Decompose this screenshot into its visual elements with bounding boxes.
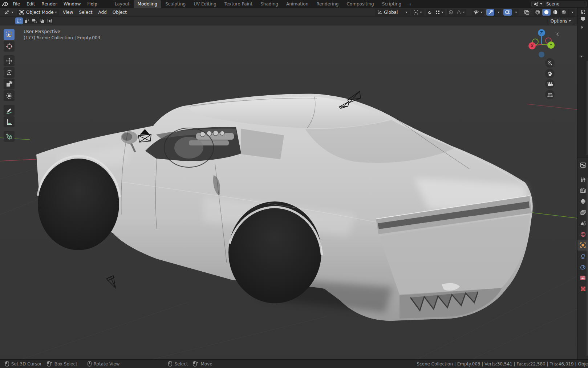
- overlays-icon: [505, 10, 510, 15]
- proportional-edit-toggle[interactable]: [447, 9, 455, 16]
- select-extend-button[interactable]: [23, 17, 31, 24]
- pan-view-button[interactable]: [545, 69, 555, 78]
- tool-add-cube[interactable]: [4, 131, 15, 142]
- snap-to-dropdown[interactable]: [434, 9, 445, 16]
- sidebar-collapse-arrow[interactable]: [556, 32, 559, 36]
- hint-rotate-view: Rotate View: [88, 361, 120, 367]
- mode-label: Object Mode: [26, 10, 54, 15]
- pivot-point-dropdown[interactable]: [411, 9, 424, 16]
- wireframe-sphere-icon: [535, 9, 540, 15]
- gizmo-neg-z[interactable]: [539, 52, 544, 57]
- gizmo-arrow-icon: [488, 10, 493, 15]
- menu-edit[interactable]: Edit: [23, 0, 38, 8]
- tab-texture-paint[interactable]: Texture Paint: [220, 0, 256, 8]
- select-intersect-button[interactable]: [46, 17, 53, 24]
- snap-increment-icon: [435, 10, 440, 15]
- tool-move[interactable]: [4, 55, 15, 66]
- navigation-gizmo[interactable]: Z X Y: [527, 28, 556, 57]
- scene-browse-button[interactable]: [532, 1, 544, 7]
- show-gizmo-toggle[interactable]: [486, 9, 494, 16]
- scene-statistics: Scene Collection | Empty.003 | Verts:30,…: [417, 361, 588, 367]
- tab-compositing[interactable]: Compositing: [342, 0, 378, 8]
- shading-solid-button[interactable]: [542, 9, 551, 16]
- tool-measure[interactable]: [4, 116, 15, 127]
- outliner-scrollbar[interactable]: [587, 61, 588, 155]
- tool-select-box[interactable]: [4, 29, 15, 40]
- snap-toggle[interactable]: [426, 9, 434, 16]
- scene-icon: [534, 2, 539, 6]
- ortho-toggle-button[interactable]: [545, 90, 555, 99]
- gizmo-dropdown[interactable]: [494, 9, 501, 16]
- tool-scale[interactable]: [4, 79, 15, 89]
- properties-editor-icon[interactable]: [577, 160, 588, 171]
- viewport-header: Object Mode View Select Add Object Globa…: [0, 8, 577, 17]
- shading-rendered-button[interactable]: [559, 9, 568, 16]
- options-dropdown[interactable]: Options: [547, 17, 574, 24]
- editor-type-button[interactable]: [2, 9, 16, 16]
- outliner-editor-icon[interactable]: [580, 9, 586, 15]
- menu-help[interactable]: Help: [84, 0, 100, 8]
- select-subtract-button[interactable]: [31, 17, 38, 24]
- transform-orientation-dropdown[interactable]: Global: [375, 9, 410, 16]
- tab-modeling[interactable]: Modeling: [134, 0, 162, 8]
- properties-panel[interactable]: [577, 157, 588, 359]
- tab-scripting[interactable]: Scripting: [378, 0, 405, 8]
- menu-render[interactable]: Render: [38, 0, 60, 8]
- zoom-view-button[interactable]: [545, 58, 555, 68]
- scene-name-field[interactable]: Scene: [544, 1, 586, 7]
- menu-window[interactable]: Window: [60, 0, 84, 8]
- outliner-panel[interactable]: [577, 8, 588, 157]
- menu-select[interactable]: Select: [76, 8, 95, 17]
- tab-sculpting[interactable]: Sculpting: [161, 0, 190, 8]
- material-sphere-icon: [552, 9, 558, 15]
- tree-collapse-arrow[interactable]: [580, 55, 583, 58]
- menu-file[interactable]: File: [9, 0, 23, 8]
- menu-view[interactable]: View: [60, 8, 76, 17]
- tab-uv-editing[interactable]: UV Editing: [190, 0, 220, 8]
- hint-select: Select: [168, 361, 188, 367]
- magnet-icon: [427, 10, 432, 15]
- tab-rendering[interactable]: Rendering: [312, 0, 342, 8]
- shading-wireframe-button[interactable]: [534, 9, 542, 16]
- mouse-left-icon: [168, 361, 172, 367]
- car-model[interactable]: [36, 94, 533, 321]
- mode-dropdown[interactable]: Object Mode: [17, 9, 59, 16]
- select-set-button[interactable]: [15, 17, 23, 24]
- gizmo-y-axis[interactable]: Y: [547, 41, 555, 49]
- shading-material-button[interactable]: [551, 9, 559, 16]
- tool-rotate[interactable]: [4, 67, 15, 78]
- shading-dropdown[interactable]: [568, 9, 575, 16]
- blender-logo-icon[interactable]: [0, 0, 9, 8]
- viewport-info-text: User Perspective (177) Scene Collection …: [24, 29, 100, 41]
- tree-expand-arrow[interactable]: [580, 25, 584, 29]
- camera-view-button[interactable]: [545, 79, 555, 89]
- viewport-3d[interactable]: User Perspective (177) Scene Collection …: [0, 25, 577, 359]
- gizmo-x-axis[interactable]: X: [528, 42, 536, 49]
- tab-layout[interactable]: Layout: [111, 0, 134, 8]
- proportional-circle-icon: [449, 10, 453, 15]
- tool-transform[interactable]: [4, 90, 15, 101]
- tool-annotate[interactable]: [4, 105, 15, 116]
- pivot-icon: [413, 10, 418, 15]
- xray-toggle[interactable]: [522, 9, 532, 16]
- selectability-visibility-dropdown[interactable]: [472, 9, 484, 16]
- overlays-dropdown[interactable]: [512, 9, 519, 16]
- gizmo-z-axis[interactable]: Z: [538, 29, 545, 36]
- rendered-sphere-icon: [561, 9, 567, 15]
- show-overlays-toggle[interactable]: [503, 9, 512, 16]
- tool-cursor[interactable]: [4, 41, 15, 52]
- falloff-dropdown[interactable]: [455, 9, 466, 16]
- menu-add[interactable]: Add: [96, 8, 110, 17]
- empty-image-4[interactable]: [106, 276, 115, 288]
- scene-canvas: [0, 25, 577, 359]
- menu-object[interactable]: Object: [110, 8, 130, 17]
- select-invert-button[interactable]: [38, 17, 46, 24]
- properties-scrollbar[interactable]: [587, 178, 588, 356]
- add-workspace-button[interactable]: +: [405, 1, 415, 8]
- tab-animation[interactable]: Animation: [282, 0, 312, 8]
- tab-shading[interactable]: Shading: [256, 0, 282, 8]
- shading-group: [534, 9, 575, 16]
- mouse-middle-icon: [88, 361, 92, 367]
- xray-icon: [524, 10, 530, 15]
- filter-icon[interactable]: [580, 17, 585, 21]
